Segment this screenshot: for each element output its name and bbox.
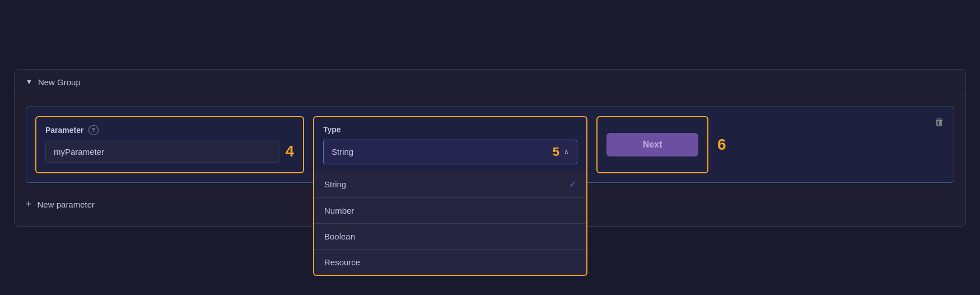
- dropdown-string-label: String: [324, 179, 346, 189]
- dropdown-item-string[interactable]: String ✓: [314, 171, 586, 197]
- dropdown-item-number[interactable]: Number: [314, 197, 586, 223]
- type-section: Type String 5 ∧ String: [313, 116, 587, 173]
- content-area: Parameter ? 4 Type: [15, 95, 965, 226]
- type-label: Type: [323, 125, 577, 134]
- dropdown-item-resource[interactable]: Resource: [314, 249, 586, 275]
- step-5-badge: 5: [553, 146, 559, 158]
- group-header[interactable]: ▼ New Group: [15, 70, 965, 95]
- plus-icon: +: [26, 199, 32, 210]
- parameter-label-row: Parameter ?: [45, 125, 294, 135]
- main-container: ▼ New Group Parameter ? 4: [14, 69, 966, 227]
- check-icon: ✓: [569, 179, 576, 190]
- dropdown-resource-label: Resource: [324, 257, 360, 267]
- type-select-row: String 5 ∧: [323, 140, 577, 164]
- parameter-row-inner: Parameter ? 4 Type: [35, 116, 945, 173]
- dropdown-boolean-label: Boolean: [324, 232, 355, 241]
- parameter-input-row: 4: [45, 141, 294, 163]
- type-select-value: String: [332, 147, 553, 156]
- group-title: New Group: [38, 77, 81, 87]
- next-section: Next: [596, 116, 708, 173]
- type-select-dropdown[interactable]: String 5 ∧: [323, 140, 577, 164]
- parameter-row: Parameter ? 4 Type: [26, 107, 954, 183]
- step-6-badge: 6: [717, 136, 726, 154]
- chevron-up-icon: ∧: [564, 148, 569, 156]
- parameter-input[interactable]: [45, 141, 279, 163]
- new-parameter-label: New parameter: [38, 200, 95, 209]
- dropdown-number-label: Number: [324, 206, 354, 215]
- dropdown-item-boolean[interactable]: Boolean: [314, 223, 586, 249]
- parameter-section: Parameter ? 4: [35, 116, 304, 173]
- trash-icon[interactable]: 🗑: [935, 116, 945, 128]
- chevron-down-icon: ▼: [26, 78, 32, 86]
- help-icon[interactable]: ?: [88, 125, 99, 135]
- step-4-badge: 4: [285, 144, 294, 159]
- parameter-label: Parameter: [45, 126, 84, 135]
- type-dropdown-menu: String ✓ Number Boolean Resource: [313, 171, 587, 276]
- next-button[interactable]: Next: [606, 133, 698, 156]
